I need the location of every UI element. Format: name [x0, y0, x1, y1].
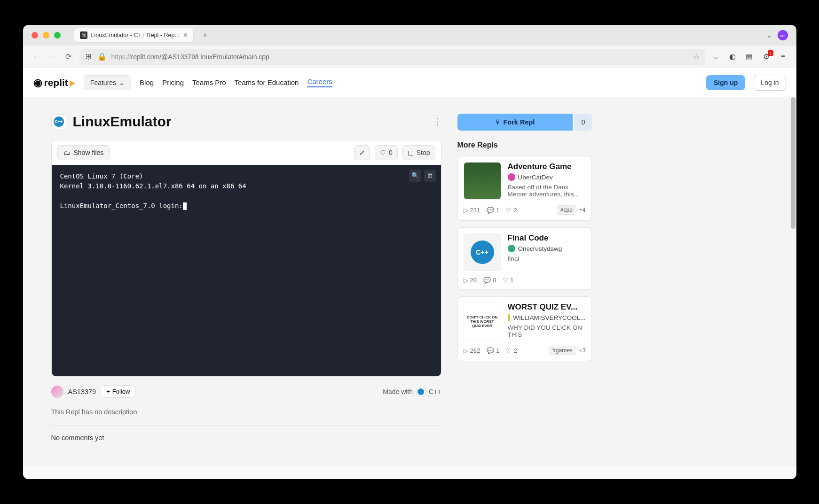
fork-icon: ⑂ [496, 118, 500, 126]
tab-close-icon[interactable]: × [183, 31, 188, 39]
shield-icon[interactable]: ⛨ [85, 53, 93, 61]
page-content: ◉replit▸ Features ⌄ Blog Pricing Teams P… [23, 68, 796, 479]
author-name[interactable]: AS13379 [68, 388, 96, 395]
play-icon: ▷ [464, 347, 468, 354]
card-thumbnail: C++ [464, 233, 501, 271]
tab-title: LinuxEmulator - C++ Repl - Rep... [91, 32, 180, 39]
terminal-cursor [183, 202, 187, 210]
window-close[interactable] [32, 32, 38, 39]
ext2-icon[interactable]: ▤ [745, 52, 754, 61]
reload-button[interactable]: ⟳ [63, 52, 74, 61]
features-dropdown[interactable]: Features ⌄ [84, 75, 131, 90]
signup-button[interactable]: Sign up [706, 75, 745, 90]
card-description: Based off of the Dank Memer adventures, … [508, 184, 586, 198]
card-title: Final Code [508, 233, 586, 243]
browser-tab[interactable]: ⌘ LinuxEmulator - C++ Repl - Rep... × [74, 28, 194, 43]
play-icon: ▷ [464, 207, 468, 214]
nav-careers[interactable]: Careers [307, 78, 332, 87]
repl-card[interactable]: C++ Final Code Onecrustydawg final ▷20 💬… [457, 227, 592, 290]
forward-button[interactable]: → [47, 53, 58, 61]
fork-count[interactable]: 0 [575, 114, 591, 131]
heart-icon: ♡ [506, 347, 512, 354]
card-tag[interactable]: #cpp [557, 205, 576, 215]
card-thumbnail [464, 162, 501, 200]
show-files-button[interactable]: 🗂Show files [57, 145, 110, 160]
more-repls-heading: More Repls [457, 141, 592, 149]
login-button[interactable]: Log in [754, 75, 786, 91]
likes-stat: ♡2 [506, 207, 517, 214]
tabs-dropdown-icon[interactable]: ⌄ [766, 31, 772, 39]
terminal-trash-icon[interactable]: 🗑 [424, 170, 436, 182]
terminal[interactable]: 🔍 🗑 CentOS Linux 7 (Core) Kernel 3.10.0-… [52, 165, 441, 376]
made-with: Made with C++ [383, 387, 441, 396]
browser-urlbar: ← → ⟳ ⛨ 🔒 https://replit.com/@AS13379/Li… [23, 46, 796, 68]
comment-icon: 💬 [487, 347, 494, 354]
ext1-icon[interactable]: ◐ [728, 52, 737, 61]
comments-stat: 💬0 [483, 277, 496, 284]
likes-stat: ♡2 [506, 347, 517, 354]
repl-card[interactable]: DON'T CLICK ON THIS WORST QUIZ EVER WORS… [457, 296, 592, 361]
card-thumbnail: DON'T CLICK ON THIS WORST QUIZ EVER [464, 302, 501, 340]
ext3-icon[interactable]: ⚙1 [762, 52, 771, 61]
repl-card[interactable]: Adventure Game UberCatDev Based off of t… [457, 156, 592, 221]
nav-pricing[interactable]: Pricing [162, 78, 184, 86]
heart-icon: ♡ [506, 207, 512, 214]
chevron-down-icon: ⌄ [119, 79, 125, 86]
files-icon: 🗂 [63, 149, 70, 156]
new-tab-button[interactable]: + [198, 29, 212, 42]
card-description: final [508, 255, 586, 262]
repl-lang-icon: C++ [51, 114, 66, 129]
card-title: WORST QUIZ EV... [508, 302, 586, 312]
address-bar[interactable]: ⛨ 🔒 https://replit.com/@AS13379/LinuxEmu… [79, 49, 705, 65]
back-button[interactable]: ← [32, 53, 42, 61]
repl-description: This Repl has no description [51, 408, 441, 426]
more-options-icon[interactable]: ⋮ [433, 116, 441, 127]
nav-teams-edu[interactable]: Teams for Education [235, 78, 299, 86]
replit-logo[interactable]: ◉replit▸ [33, 77, 75, 89]
likes-stat: ♡1 [503, 277, 513, 284]
terminal-line: Kernel 3.10.0-1160.62.1.el7.x86_64 on an… [60, 181, 433, 191]
scrollbar[interactable] [791, 97, 795, 229]
terminal-line: CentOS Linux 7 (Core) [60, 171, 433, 181]
card-tag-more[interactable]: +3 [579, 347, 586, 354]
card-author[interactable]: WILLIAMISVERYCOOL... [508, 314, 586, 321]
card-author[interactable]: Onecrustydawg [508, 245, 586, 252]
card-tag[interactable]: #games [549, 346, 576, 355]
repl-title: LinuxEmulator [73, 114, 172, 130]
fullscreen-button[interactable]: ⤢ [354, 145, 370, 160]
heart-icon: ♡ [380, 149, 386, 156]
site-header: ◉replit▸ Features ⌄ Blog Pricing Teams P… [23, 68, 796, 97]
tab-favicon: ⌘ [80, 31, 87, 39]
card-tag-more[interactable]: +4 [579, 207, 586, 213]
comments-stat: 💬1 [487, 207, 499, 214]
expand-icon: ⤢ [359, 149, 365, 156]
card-title: Adventure Game [508, 162, 586, 171]
menu-icon[interactable]: ≡ [779, 53, 788, 61]
like-button[interactable]: ♡0 [375, 145, 398, 160]
author-avatar[interactable] [51, 386, 63, 398]
comment-icon: 💬 [483, 277, 491, 284]
plus-icon: + [106, 388, 110, 395]
window-controls [32, 32, 61, 39]
pocket-icon[interactable]: ⌵ [711, 52, 720, 61]
notification-badge: 1 [768, 50, 773, 56]
bookmark-icon[interactable]: ☆ [693, 52, 700, 61]
card-description: WHY DID YOU CLICK ON THIS [508, 324, 586, 338]
window-minimize[interactable] [43, 32, 49, 39]
nav-blog[interactable]: Blog [140, 78, 154, 86]
window-maximize[interactable] [54, 32, 61, 39]
follow-button[interactable]: +Follow [101, 385, 135, 398]
stop-button[interactable]: ▢Stop [402, 145, 435, 160]
code-panel: 🗂Show files ⤢ ♡0 ▢Stop 🔍 🗑 CentOS Linux … [51, 140, 441, 377]
fork-button[interactable]: ⑂Fork Repl [457, 114, 573, 131]
terminal-search-icon[interactable]: 🔍 [409, 170, 421, 182]
nav-teams-pro[interactable]: Teams Pro [192, 78, 226, 86]
comments-stat: 💬1 [487, 347, 499, 354]
card-author[interactable]: UberCatDev [508, 173, 586, 181]
heart-icon: ♡ [503, 277, 508, 284]
extension-icon[interactable]: ∞ [778, 30, 788, 40]
stop-icon: ▢ [408, 149, 414, 156]
lock-icon[interactable]: 🔒 [97, 52, 107, 61]
play-icon: ▷ [464, 277, 468, 284]
runs-stat: ▷20 [464, 277, 477, 284]
